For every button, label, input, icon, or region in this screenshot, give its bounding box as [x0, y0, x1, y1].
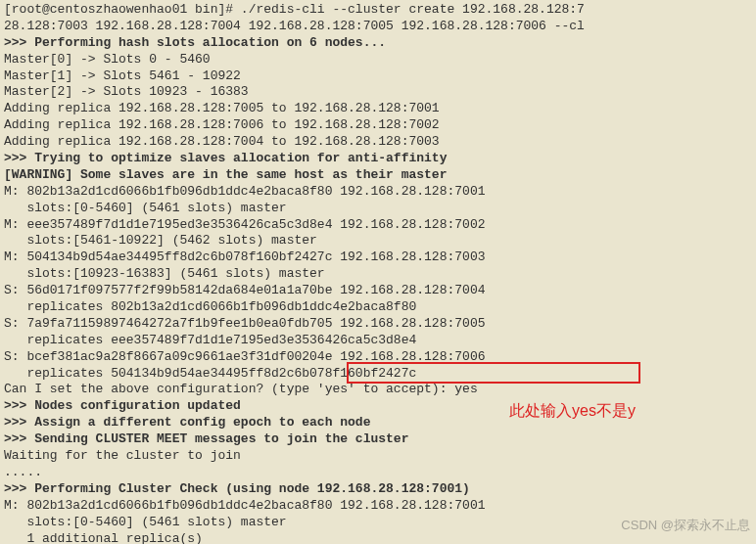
terminal-line: S: 56d0171f097577f2f99b58142da684e01a1a7… [4, 283, 752, 299]
terminal-line: slots:[5461-10922] (5462 slots) master [4, 233, 752, 249]
terminal-line: ..... [4, 465, 752, 481]
terminal-line: S: bcef381ac9a28f8667a09c9661ae3f31df002… [4, 349, 752, 366]
terminal-line: >>> Nodes configuration updated [4, 398, 752, 415]
terminal-line: replicates 504134b9d54ae34495ff8d2c6b078… [4, 366, 752, 383]
terminal-line: 28.128:7003 192.168.28.128:7004 192.168.… [4, 19, 752, 35]
terminal-line: M: 802b13a2d1cd6066b1fb096db1ddc4e2baca8… [4, 184, 752, 201]
terminal-line: Waiting for the cluster to join [4, 448, 752, 465]
annotation-note: 此处输入yes不是y [509, 401, 636, 422]
terminal-line: [root@centoszhaowenhao01 bin]# ./redis-c… [4, 2, 752, 19]
terminal-line: Adding replica 192.168.28.128:7006 to 19… [4, 117, 752, 134]
terminal-line: M: eee357489f7d1d1e7195ed3e3536426ca5c3d… [4, 217, 752, 234]
terminal-output: [root@centoszhaowenhao01 bin]# ./redis-c… [4, 2, 752, 544]
terminal-line: M: 504134b9d54ae34495ff8d2c6b078f160bf24… [4, 249, 752, 266]
watermark: CSDN @探索永不止息 [621, 518, 750, 534]
terminal-line: >>> Sending CLUSTER MEET messages to joi… [4, 431, 752, 448]
terminal-line: [WARNING] Some slaves are in the same ho… [4, 167, 752, 184]
terminal-line: S: 7a9fa71159897464272a7f1b9fee1b0ea0fdb… [4, 316, 752, 333]
terminal-line: Master[1] -> Slots 5461 - 10922 [4, 68, 752, 85]
terminal-line: Adding replica 192.168.28.128:7005 to 19… [4, 101, 752, 117]
terminal-line: slots:[10923-16383] (5461 slots) master [4, 266, 752, 283]
terminal-line: >>> Performing hash slots allocation on … [4, 35, 752, 52]
terminal-line: Can I set the above configuration? (type… [4, 382, 752, 398]
terminal-line: >>> Assign a different config epoch to e… [4, 415, 752, 431]
terminal-line: Adding replica 192.168.28.128:7004 to 19… [4, 134, 752, 151]
terminal-line: replicates 802b13a2d1cd6066b1fb096db1ddc… [4, 299, 752, 316]
terminal-line: Master[0] -> Slots 0 - 5460 [4, 52, 752, 68]
terminal-line: replicates eee357489f7d1d1e7195ed3e35364… [4, 333, 752, 349]
terminal-line: >>> Performing Cluster Check (using node… [4, 481, 752, 498]
terminal-line: slots:[0-5460] (5461 slots) master [4, 201, 752, 217]
terminal-line: Master[2] -> Slots 10923 - 16383 [4, 84, 752, 101]
terminal-line: >>> Trying to optimize slaves allocation… [4, 151, 752, 167]
terminal-line: M: 802b13a2d1cd6066b1fb096db1ddc4e2baca8… [4, 498, 752, 515]
